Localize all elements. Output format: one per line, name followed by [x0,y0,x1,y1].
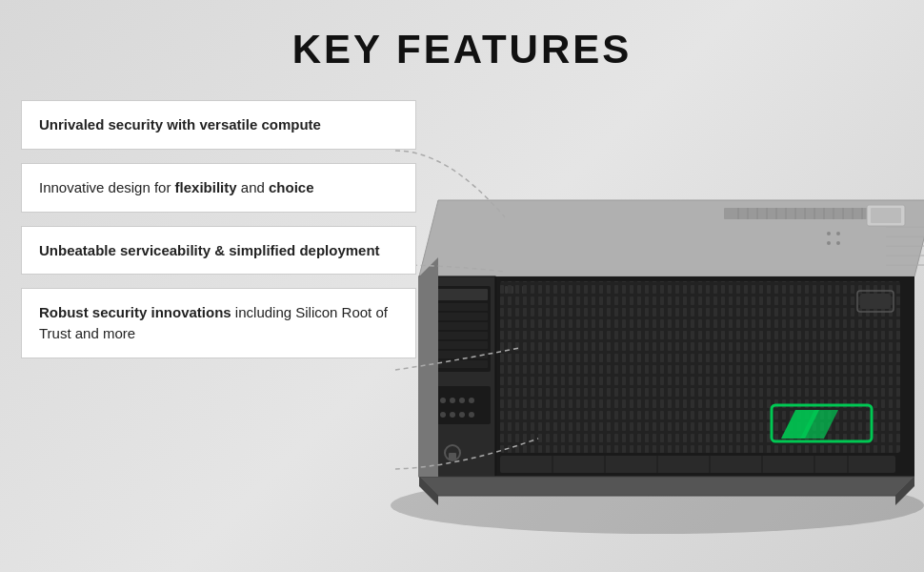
ind-dot-7 [440,412,446,418]
feature-card-3: Unbeatable serviceability & simplified d… [21,226,416,276]
bottom-drive-row [500,456,895,473]
ind-dot-3 [450,398,455,403]
top-right-module-inner [860,294,891,309]
ind-dot-9 [459,412,465,418]
lock-body [449,453,456,460]
ind-dot-4 [459,398,465,403]
dot-2 [836,232,840,235]
ind-dot-10 [469,412,474,418]
feature-1-text: Unrivaled security with versatile comput… [39,116,321,133]
grill-fill [500,281,900,453]
server-image [362,124,924,534]
ind-dot-8 [450,412,455,418]
feature-4-text: Robust security innovations including Si… [39,304,388,341]
page-wrapper: KEY FEATURES Unrivaled security with ver… [0,0,924,572]
feature-card-2: Innovative design for flexibility and ch… [21,163,416,213]
left-side-panel [419,257,438,477]
feature-card-4: Robust security innovations including Si… [21,288,416,358]
server-svg [362,124,924,534]
ind-dot-2 [440,398,446,403]
dot-3 [827,241,831,245]
ind-dot-5 [469,398,474,403]
feature-2-text: Innovative design for flexibility and ch… [39,179,314,195]
features-list: Unrivaled security with versatile comput… [21,100,416,358]
dot-1 [827,232,831,235]
page-title: KEY FEATURES [0,0,924,72]
feature-card-1: Unrivaled security with versatile comput… [21,100,416,150]
bottom-rail [419,477,914,496]
top-module-inner [871,208,901,223]
dot-4 [836,241,840,245]
feature-3-text: Unbeatable serviceability & simplified d… [39,242,380,258]
